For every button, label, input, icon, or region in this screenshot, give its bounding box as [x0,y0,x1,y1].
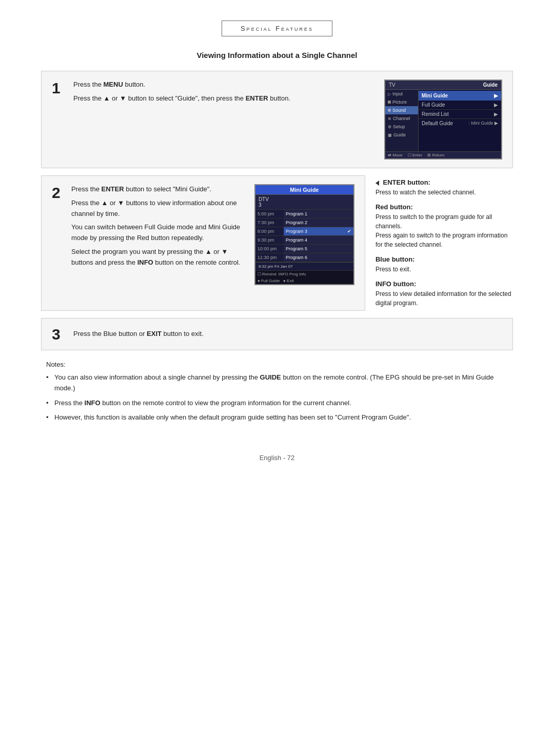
step2-line1: Press the ENTER button to select "Mini G… [71,184,246,195]
step3-text: Press the Blue button or EXIT button to … [73,329,204,340]
mini-guide-bottom-bar: ☐ RemindINFO Prog Info ● Full Guide ● Ex… [255,270,353,284]
page-title: Special Features [241,25,313,32]
tv-menu-bottom: ⇄ Move☐ Enter⊞ Return [385,151,501,158]
step3-box: 3 Press the Blue button or EXIT button t… [41,318,513,350]
tv-menu-sidebar: ▷ Input Picture Sound ≋ Channel ⚙ Setup … [385,90,419,151]
menu-item-setup: ⚙ Setup [385,123,418,131]
notes-section: Notes: • You can also view information a… [41,361,513,423]
guide-item-full: Full Guide▶ [419,101,501,110]
step2-content: Press the ENTER button to select "Mini G… [71,184,246,268]
step1-line1: Press the MENU button. [73,79,374,90]
mini-guide-title-bar: Mini Guide [255,185,353,195]
step2-line2: Press the ▲ or ▼ buttons to view informa… [71,198,246,220]
step2-box: 2 Press the ENTER button to select "Mini… [41,175,365,311]
mini-guide-row-6: 11:30 pm Program 6 [255,253,353,262]
info-note-title: INFO button: [375,280,513,288]
page-footer: English - 72 [41,454,513,462]
step2-line3: You can switch between Full Guide mode a… [71,222,246,244]
step2-number: 2 [52,184,63,201]
step3-content: Press the Blue button or EXIT button to … [73,329,204,340]
mini-guide-row-3: 8:00 pm Program 3✔ [255,227,353,236]
mini-guide-row-5: 10:00 pm Program 5 [255,245,353,253]
guide-item-default: Default Guide: Mini Guide ▶ [419,119,501,128]
step1-box: 1 Press the MENU button. Press the ▲ or … [41,71,513,168]
note-item-2: • Press the INFO button on the remote co… [46,398,508,409]
step2-side-notes: ENTER button: Press to watch the selecte… [372,175,513,311]
red-note-text: Press to switch to the program guide for… [375,212,513,249]
mini-guide-row-2: 7:30 pm Program 2 [255,218,353,227]
notes-title: Notes: [46,361,508,368]
mini-guide-footer: 8:32 pm Fri Jan 07 [255,262,353,270]
menu-item-channel: ≋ Channel [385,114,418,123]
step3-number: 3 [52,326,63,343]
mini-guide-screenshot: Mini Guide DTV3 5:00 pm Program 1 7:30 p… [254,184,354,285]
section-heading: Viewing Information about a Single Chann… [41,51,513,59]
info-note-text: Press to view detailed information for t… [375,289,513,308]
notes-list: • You can also view information about a … [46,372,508,423]
step1-content: Press the MENU button. Press the ▲ or ▼ … [73,79,374,104]
tv-menu-titlebar: TV Guide [385,81,501,90]
note-item-1: • You can also view information about a … [46,372,508,394]
blue-note: Blue button: Press to exit. [375,255,513,274]
page-title-box: Special Features [222,21,332,36]
enter-note-text: Press to watch the selected channel. [375,188,513,197]
step1-number: 1 [52,79,63,96]
guide-item-remind: Remind List▶ [419,110,501,119]
red-note-title: Red button: [375,203,513,211]
menu-item-guide: ▦ Guide [385,131,418,139]
menu-item-picture: Picture [385,98,418,106]
menu-item-sound: Sound [385,106,418,114]
guide-item-mini: Mini Guide▶ [419,91,501,101]
note-item-3: • However, this function is available on… [46,412,508,423]
mini-guide-channel-info: DTV3 [255,195,353,210]
blue-note-text: Press to exit. [375,265,513,274]
mini-guide-row-4: 9:30 pm Program 4 [255,236,353,245]
enter-note: ENTER button: Press to watch the selecte… [375,178,513,197]
blue-note-title: Blue button: [375,255,513,263]
menu-item-input: ▷ Input [385,90,418,98]
enter-note-title: ENTER button: [375,178,513,186]
tv-menu-screenshot: TV Guide ▷ Input Picture Sound ≋ Channel [384,79,502,160]
step2-line4: Select the program you want by pressing … [71,247,246,268]
info-note: INFO button: Press to view detailed info… [375,280,513,308]
mini-guide-row-1: 5:00 pm Program 1 [255,210,353,218]
red-note: Red button: Press to switch to the progr… [375,203,513,249]
tv-menu-right: Mini Guide▶ Full Guide▶ Remind List▶ Def… [419,90,501,151]
step1-line2: Press the ▲ or ▼ button to select "Guide… [73,93,374,104]
